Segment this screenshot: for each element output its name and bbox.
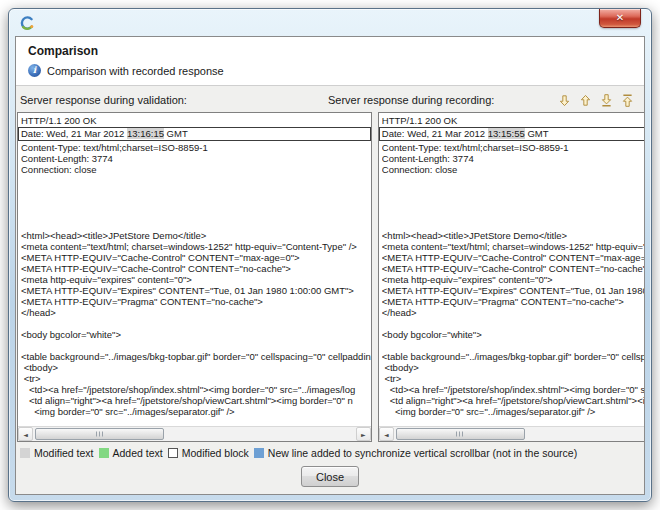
- response-line: [21, 208, 371, 219]
- response-line: <td align="right"><a href="/jpetstore/sh…: [382, 395, 645, 406]
- arrow-up-icon: [578, 93, 593, 108]
- dialog-footer: Close: [16, 462, 644, 494]
- legend-item: Modified block: [168, 447, 249, 459]
- legend-swatch: [20, 448, 30, 458]
- response-line: [382, 219, 645, 230]
- scroll-right-icon[interactable]: ►: [356, 427, 371, 441]
- legend-swatch: [168, 448, 178, 458]
- arrow-down-icon: [557, 93, 572, 108]
- arrow-up-to-bar-icon: [620, 93, 635, 108]
- validation-response-panel: HTTP/1.1 200 OKDate: Wed, 21 Mar 2012 13…: [17, 112, 372, 442]
- response-line: Connection: close: [21, 164, 371, 175]
- response-line: <meta http-equiv="expires" content="0">: [382, 274, 645, 285]
- response-line: Content-Length: 3774: [21, 153, 371, 164]
- response-line: Content-Type: text/html;charset=ISO-8859…: [382, 142, 645, 153]
- response-line: [21, 417, 371, 426]
- response-line: <td><a href="/jpetstore/shop/index.shtml…: [21, 384, 371, 395]
- recording-response-label: Server response during recording:: [328, 94, 555, 106]
- dialog-title: Comparison: [28, 44, 632, 58]
- response-line: Content-Length: 3774: [382, 153, 645, 164]
- scroll-left-icon[interactable]: ◄: [379, 427, 394, 441]
- response-line: <table background="../images/bkg-topbar.…: [21, 351, 371, 362]
- dialog-subtitle: Comparison with recorded response: [47, 65, 224, 77]
- response-line: [21, 186, 371, 197]
- comparison-dialog: Comparison i Comparison with recorded re…: [15, 36, 645, 495]
- response-line: Content-Type: text/html;charset=ISO-8859…: [21, 142, 371, 153]
- validation-response-text: HTTP/1.1 200 OKDate: Wed, 21 Mar 2012 13…: [18, 113, 371, 426]
- response-line: <body bgcolor="white">: [21, 329, 371, 340]
- legend-label: Modified text: [34, 447, 94, 459]
- legend-label: Modified block: [182, 447, 249, 459]
- response-line: <tbody>: [21, 362, 371, 373]
- response-line: [382, 197, 645, 208]
- recording-response-text: HTTP/1.1 200 OKDate: Wed, 21 Mar 2012 13…: [379, 113, 645, 426]
- response-line: [382, 318, 645, 329]
- recording-response-panel: HTTP/1.1 200 OKDate: Wed, 21 Mar 2012 13…: [378, 112, 645, 442]
- response-line: <META HTTP-EQUIV="Pragma" CONTENT="no-ca…: [21, 296, 371, 307]
- response-line: [382, 175, 645, 186]
- modified-text: 13:15:55: [488, 128, 525, 139]
- response-line: <html><head><title>JPetStore Demo</title…: [382, 230, 645, 241]
- response-line: HTTP/1.1 200 OK: [382, 115, 645, 126]
- response-line: [382, 417, 645, 426]
- next-difference-button[interactable]: [555, 92, 573, 108]
- validation-response-label: Server response during validation:: [19, 94, 328, 106]
- dialog-header: Comparison i Comparison with recorded re…: [16, 37, 644, 86]
- window-close-button[interactable]: ✕: [599, 9, 641, 28]
- response-line: [382, 340, 645, 351]
- legend-label: New line added to synchronize vertical s…: [268, 447, 577, 459]
- response-line: [21, 318, 371, 329]
- right-horizontal-scrollbar[interactable]: ◄ ►: [379, 427, 645, 441]
- response-line: <td align="right"><a href="/jpetstore/sh…: [21, 395, 371, 406]
- legend-swatch: [99, 448, 109, 458]
- app-logo-icon: [19, 15, 35, 31]
- response-line: HTTP/1.1 200 OK: [21, 115, 371, 126]
- modified-text: 13:16:15: [127, 128, 164, 139]
- response-line: <img border="0" src="../images/separator…: [21, 406, 371, 417]
- close-button[interactable]: Close: [301, 466, 359, 487]
- response-line: Connection: close: [382, 164, 645, 175]
- panel-labels-row: Server response during validation: Serve…: [16, 86, 644, 112]
- arrow-down-to-bar-icon: [599, 93, 614, 108]
- legend-label: Added text: [113, 447, 163, 459]
- left-hscroll-thumb[interactable]: [35, 428, 164, 440]
- left-horizontal-scrollbar[interactable]: ◄ ►: [18, 427, 371, 441]
- close-icon: ✕: [616, 13, 624, 23]
- last-difference-button[interactable]: [597, 92, 615, 108]
- response-line: <META HTTP-EQUIV="Cache-Control" CONTENT…: [382, 263, 645, 274]
- response-line: [382, 208, 645, 219]
- scroll-left-icon[interactable]: ◄: [18, 427, 33, 441]
- info-icon: i: [28, 64, 41, 77]
- response-line: <META HTTP-EQUIV="Cache-Control" CONTENT…: [382, 252, 645, 263]
- response-line: <meta content="text/html; charset=window…: [21, 241, 371, 252]
- right-hscroll-thumb[interactable]: [396, 428, 525, 440]
- response-line: <META HTTP-EQUIV="Cache-Control" CONTENT…: [21, 263, 371, 274]
- response-line: </head>: [382, 307, 645, 318]
- comparison-panels: HTTP/1.1 200 OKDate: Wed, 21 Mar 2012 13…: [16, 112, 644, 442]
- response-line: <META HTTP-EQUIV="Expires" CONTENT="Tue,…: [382, 285, 645, 296]
- response-line: <td><a href="/jpetstore/shop/index.shtml…: [382, 384, 645, 395]
- response-line: [382, 186, 645, 197]
- response-line: <body bgcolor="white">: [382, 329, 645, 340]
- window-titlebar[interactable]: ✕: [9, 9, 651, 36]
- first-difference-button[interactable]: [618, 92, 636, 108]
- response-line: <tr>: [382, 373, 645, 384]
- response-line: [21, 219, 371, 230]
- response-line: <html><head><title>JPetStore Demo</title…: [21, 230, 371, 241]
- response-line: <META HTTP-EQUIV="Cache-Control" CONTENT…: [21, 252, 371, 263]
- legend-item: Added text: [99, 447, 163, 459]
- response-line: <meta content="text/html; charset=window…: [382, 241, 645, 252]
- response-line: <META HTTP-EQUIV="Pragma" CONTENT="no-ca…: [382, 296, 645, 307]
- legend-item: New line added to synchronize vertical s…: [254, 447, 577, 459]
- comparison-window: ✕ Comparison i Comparison with recorded …: [8, 8, 652, 502]
- previous-difference-button[interactable]: [576, 92, 594, 108]
- response-line: <table background="../images/bkg-topbar.…: [382, 351, 645, 362]
- legend-swatch: [254, 448, 264, 458]
- response-line: <tr>: [21, 373, 371, 384]
- response-line: <META HTTP-EQUIV="Expires" CONTENT="Tue,…: [21, 285, 371, 296]
- response-line: <tbody>: [382, 362, 645, 373]
- response-line: [21, 197, 371, 208]
- right-hscroll-track[interactable]: [394, 427, 645, 441]
- modified-block: Date: Wed, 21 Mar 2012 13:15:55 GMT: [379, 127, 645, 141]
- left-hscroll-track[interactable]: [33, 427, 356, 441]
